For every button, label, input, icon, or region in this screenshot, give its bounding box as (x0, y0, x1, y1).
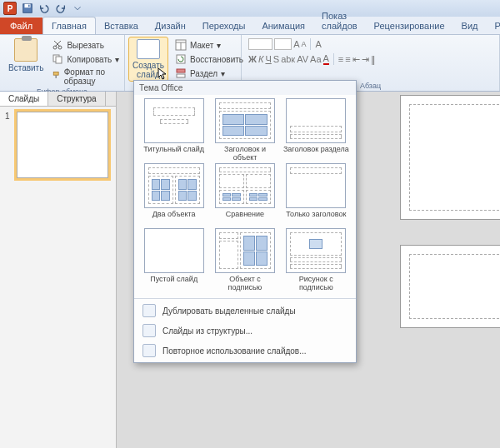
paste-button[interactable]: Вставить (3, 37, 48, 87)
paste-icon (14, 38, 38, 62)
tab-animations[interactable]: Анимация (253, 17, 313, 34)
indent-right-icon[interactable]: ⇥ (362, 54, 369, 65)
clear-format-icon[interactable]: A (315, 39, 321, 49)
tab-file[interactable]: Файл (0, 17, 42, 34)
tab-slides-thumbs[interactable]: Слайды (0, 92, 48, 106)
tab-review[interactable]: Рецензирование (366, 17, 453, 34)
svg-rect-16 (177, 74, 185, 77)
slide-area (400, 95, 500, 445)
editing-slide[interactable] (400, 95, 500, 220)
cut-icon (52, 39, 63, 51)
tab-view[interactable]: Вид (453, 17, 487, 34)
underline-icon[interactable]: Ч (265, 54, 271, 64)
case-icon[interactable]: Aa (310, 54, 321, 64)
thumbnail-number: 1 (5, 112, 13, 178)
redo-icon[interactable] (55, 2, 67, 14)
clipboard-group: Вставить Вырезать Копировать▾ Формат по … (0, 35, 125, 91)
reset-button[interactable]: Восстановить (172, 52, 247, 66)
duplicate-slides-item[interactable]: Дублировать выделенные слайды (134, 301, 356, 321)
line-spacing-icon[interactable]: ‖ (371, 54, 376, 65)
format-painter-button[interactable]: Формат по образцу (48, 67, 122, 87)
layout-title-only[interactable]: Только заголовок (283, 163, 349, 226)
layout-picture-caption[interactable]: Рисунок с подписью (283, 228, 349, 291)
numbering-icon[interactable]: ≡ (345, 54, 350, 64)
chevron-down-icon: ▾ (221, 69, 225, 78)
tab-design[interactable]: Дизайн (147, 17, 194, 34)
indent-left-icon[interactable]: ⇤ (352, 54, 360, 65)
thumbnail-item[interactable]: 1 (5, 112, 111, 178)
qat-dropdown-icon[interactable] (72, 2, 83, 14)
font-color-icon[interactable]: A (323, 53, 329, 65)
svg-rect-15 (177, 69, 185, 72)
tab-home[interactable]: Главная (42, 17, 96, 34)
svg-rect-2 (28, 5, 30, 7)
slides-from-outline-item[interactable]: Слайды из структуры... (134, 321, 356, 341)
gallery-theme-label: Тема Office (134, 81, 356, 95)
layout-title-content[interactable]: Заголовок и объект (212, 98, 278, 162)
bold-icon[interactable]: Ж (248, 54, 257, 64)
paste-label: Вставить (8, 63, 43, 72)
layout-two-content[interactable]: Два объекта (141, 163, 207, 226)
layout-icon (175, 39, 187, 51)
cursor-icon (158, 67, 168, 81)
thumbnail-preview (17, 112, 108, 178)
layout-section-header[interactable]: Заголовок раздела (283, 98, 349, 162)
strike-icon[interactable]: S (273, 54, 279, 64)
reset-icon (175, 53, 187, 65)
layout-comparison[interactable]: Сравнение (212, 163, 278, 226)
tab-insert[interactable]: Вставка (96, 17, 147, 34)
new-slide-button[interactable]: Создать слайд (128, 37, 168, 82)
section-button[interactable]: Раздел▾ (172, 67, 247, 80)
duplicate-icon (142, 304, 156, 317)
undo-icon[interactable] (38, 2, 50, 14)
new-slide-label: Создать слайд (132, 61, 164, 79)
svg-rect-9 (54, 72, 59, 75)
tab-slideshow[interactable]: Показ слайдов (313, 7, 366, 34)
svg-rect-10 (56, 75, 57, 78)
font-box[interactable] (248, 38, 272, 50)
shrink-font-icon[interactable]: A (301, 40, 306, 48)
svg-rect-8 (56, 57, 62, 63)
tab-extra[interactable]: Расклад (486, 17, 500, 34)
reuse-slides-item[interactable]: Повторное использование слайдов... (134, 341, 356, 361)
italic-icon[interactable]: К (258, 54, 263, 64)
layout-content-caption[interactable]: Объект с подписью (212, 228, 278, 291)
grow-font-icon[interactable]: A (293, 39, 299, 49)
slidepanel-tabs: Слайды Структура (0, 92, 116, 107)
size-box[interactable] (274, 38, 292, 50)
copy-icon (52, 53, 63, 65)
thumbnail-list: 1 (0, 107, 116, 183)
reuse-icon (142, 344, 156, 357)
gallery-footer: Дублировать выделенные слайды Слайды из … (134, 298, 356, 362)
save-icon[interactable] (22, 2, 33, 14)
brush-icon (52, 71, 60, 82)
shadow-icon[interactable]: abк (281, 54, 295, 64)
spacing-icon[interactable]: AV (297, 54, 308, 64)
app-icon: P (3, 2, 17, 15)
layout-blank[interactable]: Пустой слайд (141, 228, 207, 291)
ribbon-tabs: Файл Главная Вставка Дизайн Переходы Ани… (0, 17, 500, 35)
copy-button[interactable]: Копировать▾ (48, 52, 122, 66)
chevron-down-icon: ▾ (217, 41, 221, 50)
outline-icon (142, 324, 156, 337)
tab-outline[interactable]: Структура (48, 92, 105, 106)
chevron-down-icon: ▾ (115, 55, 119, 64)
layout-title-slide[interactable]: Титульный слайд (141, 98, 207, 162)
new-slide-gallery: Тема Office Титульный слайд Заголовок и … (133, 80, 357, 363)
tab-transitions[interactable]: Переходы (194, 17, 254, 34)
editing-slide-secondary[interactable] (400, 245, 500, 328)
slide-panel: Слайды Структура 1 (0, 92, 117, 448)
layout-button[interactable]: Макет▾ (172, 38, 247, 52)
new-slide-icon (137, 39, 160, 59)
section-icon (175, 67, 187, 79)
title-bar: P (0, 0, 500, 17)
bullets-icon[interactable]: ≡ (338, 54, 343, 64)
cut-button[interactable]: Вырезать (48, 38, 122, 52)
